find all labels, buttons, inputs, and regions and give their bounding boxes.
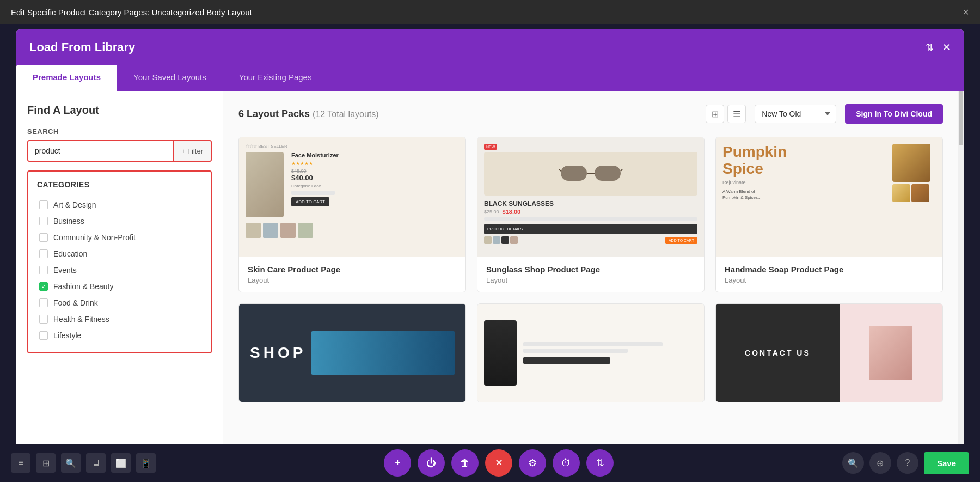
- layout-preview-contact: CONTACT US: [716, 304, 942, 402]
- modal-arrange-icon[interactable]: ⇅: [926, 41, 934, 53]
- tab-existing[interactable]: Your Existing Pages: [223, 65, 328, 91]
- add-section-button[interactable]: +: [384, 449, 411, 477]
- toolbar-left: ≡ ⊞ 🔍 🖥 ⬜ 📱: [11, 453, 156, 473]
- save-button[interactable]: Save: [924, 452, 969, 474]
- category-label-art: Art & Design: [53, 200, 96, 209]
- toolbar-mobile-button[interactable]: 📱: [136, 453, 156, 473]
- category-checkbox-art[interactable]: [39, 200, 48, 209]
- category-label-events: Events: [53, 266, 77, 274]
- tab-saved[interactable]: Your Saved Layouts: [117, 65, 223, 91]
- category-label-food: Food & Drink: [53, 298, 98, 307]
- tab-premade[interactable]: Premade Layouts: [16, 65, 117, 91]
- scrollbar-thumb[interactable]: [959, 91, 963, 145]
- layout-preview-shop: SHOP: [239, 304, 465, 402]
- layout-preview-sunglass: NEW BLACK SUNGLASSES: [477, 137, 704, 257]
- category-checkbox-lifestyle[interactable]: [39, 331, 48, 340]
- bottom-toolbar: ≡ ⊞ 🔍 🖥 ⬜ 📱 + ⏻ 🗑 ✕ ⚙ ⏱ ⇅ 🔍 ⊕ ? Save: [0, 444, 980, 482]
- layout-type-soap: Layout: [725, 276, 934, 284]
- layers-button[interactable]: ⊕: [869, 452, 891, 474]
- layout-preview-soap: PumpkinSpice Rejuvinate A Warm Blend ofP…: [716, 137, 942, 257]
- category-label-lifestyle: Lifestyle: [53, 331, 81, 340]
- category-checkbox-education[interactable]: [39, 249, 48, 258]
- title-bar: Edit Specific Product Category Pages: Un…: [0, 0, 980, 24]
- toolbar-desktop-button[interactable]: 🖥: [86, 453, 106, 473]
- layout-info-soap: Handmade Soap Product Page Layout: [716, 257, 942, 292]
- layout-preview-skincare: ☆☆☆ BEST SELLER Face Moisturizer ★★★★★ $…: [239, 137, 465, 257]
- layout-card-soap[interactable]: PumpkinSpice Rejuvinate A Warm Blend ofP…: [715, 137, 943, 292]
- power-button[interactable]: ⏻: [418, 449, 445, 477]
- layout-card-skincare[interactable]: ☆☆☆ BEST SELLER Face Moisturizer ★★★★★ $…: [238, 137, 466, 292]
- sort-select[interactable]: New To Old Old To New A to Z Z to A: [755, 105, 836, 123]
- search-right-button[interactable]: 🔍: [842, 452, 864, 474]
- layout-info-sunglass: Sunglass Shop Product Page Layout: [477, 257, 704, 292]
- modal-header: Load From Library ⇅ ✕: [16, 29, 964, 65]
- toolbar-grid-button[interactable]: ⊞: [36, 453, 56, 473]
- category-checkbox-business[interactable]: [39, 217, 48, 225]
- modal: Load From Library ⇅ ✕ Premade Layouts Yo…: [16, 29, 964, 476]
- layout-card-minimal[interactable]: [477, 303, 705, 402]
- modal-close-icon[interactable]: ✕: [942, 41, 951, 53]
- layout-info-skincare: Skin Care Product Page Layout: [239, 257, 465, 292]
- layout-type-sunglass: Layout: [486, 276, 695, 284]
- toolbar-tablet-button[interactable]: ⬜: [111, 453, 131, 473]
- delete-button[interactable]: 🗑: [451, 449, 479, 477]
- window-close-button[interactable]: ×: [963, 6, 969, 19]
- search-box: + Filter: [27, 140, 212, 162]
- category-item-lifestyle[interactable]: Lifestyle: [37, 327, 202, 344]
- category-label-community: Community & Non-Profit: [53, 233, 136, 242]
- layouts-total: (12 Total layouts): [313, 109, 379, 119]
- layout-card-shop[interactable]: SHOP: [238, 303, 466, 402]
- category-label-fashion: Fashion & Beauty: [53, 282, 114, 291]
- layout-name-soap: Handmade Soap Product Page: [725, 265, 934, 274]
- categories-box: Categories Art & Design Business Communi…: [27, 170, 212, 353]
- layout-button[interactable]: ⇅: [586, 449, 614, 477]
- category-checkbox-fashion[interactable]: ✓: [39, 282, 48, 291]
- main-content: 6 Layout Packs (12 Total layouts) ⊞ ☰ Ne…: [223, 91, 958, 476]
- sign-in-button[interactable]: Sign In To Divi Cloud: [845, 104, 943, 124]
- category-item-food[interactable]: Food & Drink: [37, 295, 202, 311]
- category-item-community[interactable]: Community & Non-Profit: [37, 229, 202, 246]
- toolbar-search-button[interactable]: 🔍: [61, 453, 81, 473]
- category-item-business[interactable]: Business: [37, 213, 202, 229]
- scrollbar-track[interactable]: [958, 91, 964, 476]
- search-input[interactable]: [28, 141, 173, 161]
- category-checkbox-events[interactable]: [39, 266, 48, 274]
- view-icons: ⊞ ☰: [706, 105, 746, 123]
- layout-preview-minimal: [477, 304, 704, 402]
- window-title: Edit Specific Product Category Pages: Un…: [11, 8, 252, 17]
- find-layout-title: Find A Layout: [27, 104, 212, 117]
- tabs-container: Premade Layouts Your Saved Layouts Your …: [16, 65, 964, 91]
- toolbar-menu-button[interactable]: ≡: [11, 453, 30, 473]
- category-checkbox-community[interactable]: [39, 233, 48, 242]
- grid-view-icon[interactable]: ⊞: [706, 105, 724, 123]
- layout-card-sunglass[interactable]: NEW BLACK SUNGLASSES: [477, 137, 705, 292]
- category-checkbox-food[interactable]: [39, 298, 48, 307]
- categories-title: Categories: [37, 180, 202, 189]
- close-modal-button[interactable]: ✕: [485, 449, 512, 477]
- category-label-health: Health & Fitness: [53, 315, 109, 324]
- settings-button[interactable]: ⚙: [519, 449, 546, 477]
- layout-name-sunglass: Sunglass Shop Product Page: [486, 265, 695, 274]
- modal-title: Load From Library: [29, 40, 135, 54]
- category-checkbox-health[interactable]: [39, 315, 48, 324]
- help-button[interactable]: ?: [897, 452, 918, 474]
- history-button[interactable]: ⏱: [553, 449, 580, 477]
- modal-body: Find A Layout Search + Filter Categories…: [16, 91, 964, 476]
- sidebar: Find A Layout Search + Filter Categories…: [16, 91, 223, 476]
- layout-type-skincare: Layout: [248, 276, 457, 284]
- list-view-icon[interactable]: ☰: [727, 105, 746, 123]
- shop-preview-text: SHOP: [250, 344, 306, 362]
- svg-line-4: [621, 169, 622, 171]
- category-item-events[interactable]: Events: [37, 262, 202, 278]
- layout-card-contact[interactable]: CONTACT US: [715, 303, 943, 402]
- category-item-art[interactable]: Art & Design: [37, 197, 202, 213]
- modal-header-actions: ⇅ ✕: [926, 41, 951, 53]
- layout-name-skincare: Skin Care Product Page: [248, 265, 457, 274]
- search-label: Search: [27, 127, 212, 136]
- category-item-education[interactable]: Education: [37, 246, 202, 262]
- category-item-health[interactable]: Health & Fitness: [37, 311, 202, 327]
- layout-grid: ☆☆☆ BEST SELLER Face Moisturizer ★★★★★ $…: [238, 137, 943, 402]
- category-item-fashion[interactable]: ✓ Fashion & Beauty: [37, 278, 202, 295]
- filter-button[interactable]: + Filter: [173, 141, 211, 161]
- layouts-header: 6 Layout Packs (12 Total layouts) ⊞ ☰ Ne…: [238, 104, 943, 124]
